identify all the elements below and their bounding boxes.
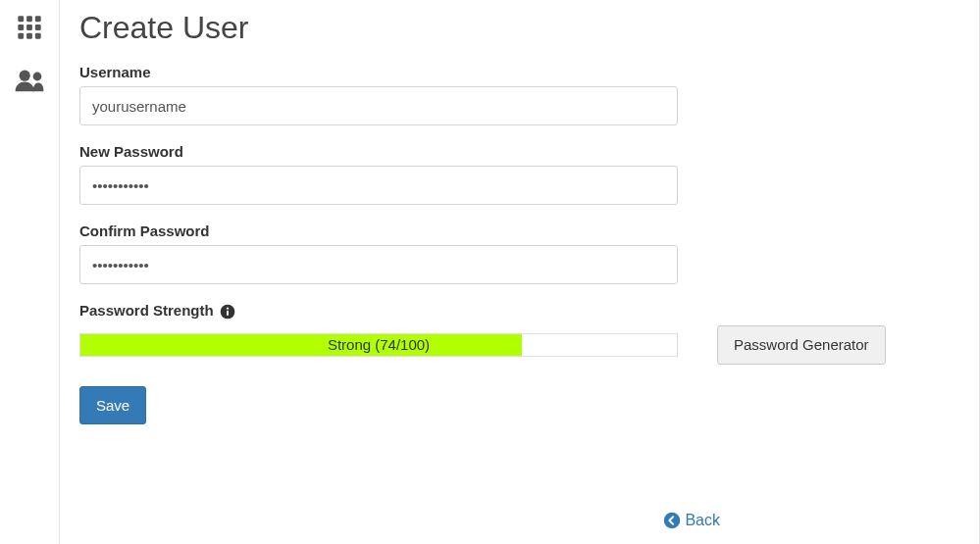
svg-rect-0 [18, 16, 24, 22]
svg-rect-7 [26, 33, 32, 39]
back-link-text: Back [685, 512, 720, 529]
new-password-label: New Password [79, 143, 678, 160]
sidebar [0, 0, 59, 544]
info-icon[interactable] [220, 304, 235, 320]
svg-rect-2 [35, 16, 41, 22]
svg-rect-3 [18, 25, 24, 30]
svg-rect-1 [26, 16, 32, 22]
svg-rect-6 [18, 33, 24, 39]
password-strength-group: Password Strength Strong (74/100) Passwo… [79, 302, 959, 365]
main-content: Create User Username New Password Confir… [59, 0, 980, 544]
save-button[interactable]: Save [79, 386, 146, 425]
username-label: Username [79, 64, 678, 80]
svg-point-14 [664, 513, 681, 529]
svg-point-13 [227, 308, 229, 310]
svg-rect-12 [227, 311, 229, 316]
circle-arrow-left-icon [663, 512, 681, 529]
password-strength-text: Strong (74/100) [80, 334, 677, 356]
svg-rect-4 [26, 25, 32, 30]
password-strength-label: Password Strength [79, 302, 959, 320]
page-title: Create User [79, 10, 959, 46]
username-group: Username [79, 64, 678, 125]
svg-point-10 [33, 73, 42, 81]
new-password-group: New Password [79, 143, 678, 205]
new-password-input[interactable] [79, 166, 678, 205]
username-input[interactable] [79, 86, 678, 125]
confirm-password-input[interactable] [79, 245, 678, 284]
password-strength-bar: Strong (74/100) [79, 333, 678, 357]
back-link[interactable]: Back [663, 512, 720, 529]
confirm-password-label: Confirm Password [79, 223, 678, 239]
apps-grid-icon[interactable] [12, 10, 47, 45]
password-strength-label-text: Password Strength [79, 302, 214, 319]
password-generator-button[interactable]: Password Generator [717, 325, 886, 365]
svg-rect-8 [35, 33, 41, 39]
svg-point-9 [20, 71, 30, 81]
confirm-password-group: Confirm Password [79, 223, 678, 284]
users-icon[interactable] [12, 63, 47, 98]
svg-rect-5 [35, 25, 41, 30]
